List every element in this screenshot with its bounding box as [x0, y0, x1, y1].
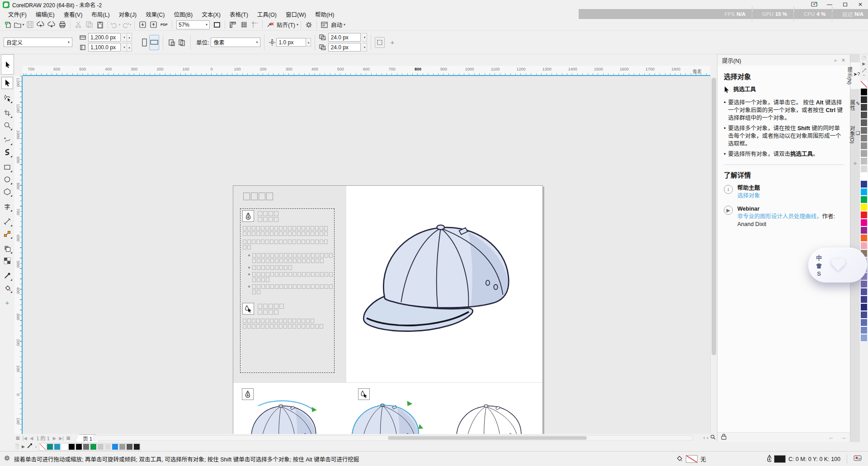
crop-tool[interactable] — [1, 107, 13, 119]
show-rulers-icon[interactable] — [227, 20, 238, 30]
maximize-button[interactable] — [837, 0, 853, 9]
menu-item[interactable]: 工具(O) — [253, 10, 281, 19]
color-swatch[interactable] — [860, 196, 868, 203]
color-swatch[interactable] — [860, 288, 868, 296]
doc-palette-swatch[interactable] — [133, 443, 140, 450]
show-grid-icon[interactable] — [238, 20, 249, 30]
docker-add-button[interactable]: + — [853, 159, 857, 167]
color-proof-icon[interactable] — [854, 455, 862, 463]
cloud-open-icon[interactable] — [35, 20, 46, 30]
color-swatch[interactable] — [860, 242, 868, 249]
docker-forward-icon[interactable]: → — [840, 434, 846, 441]
treat-as-filled-button[interactable] — [375, 37, 385, 48]
redo-icon[interactable]: ▾ — [121, 20, 132, 30]
first-page-button[interactable]: |◀ — [21, 436, 28, 441]
zoom-tool[interactable] — [1, 119, 13, 131]
menu-item[interactable]: 布局(L) — [87, 10, 114, 19]
next-page-button[interactable]: ▶ — [52, 436, 58, 441]
status-gear-icon[interactable] — [4, 455, 10, 463]
previous-page-button[interactable]: ◀ — [28, 436, 35, 441]
ellipse-tool[interactable] — [1, 173, 13, 185]
color-swatch[interactable] — [860, 211, 868, 219]
menu-item[interactable]: 文件(F) — [4, 10, 31, 19]
palette-column-eyedropper[interactable] — [862, 68, 867, 74]
color-swatch[interactable] — [860, 80, 868, 88]
cloud-save-icon[interactable] — [46, 20, 57, 30]
horizontal-scrollbar[interactable] — [94, 435, 693, 441]
options-gear-icon[interactable] — [303, 20, 314, 30]
horizontal-ruler[interactable]: 7006005004003002001000100200300400500600… — [23, 66, 710, 76]
doc-palette-swatch[interactable] — [54, 443, 61, 450]
palette-column-flyout[interactable]: ▶ — [863, 61, 866, 68]
menu-item[interactable]: 编辑(E) — [31, 10, 59, 19]
menu-item[interactable]: 帮助(H) — [311, 10, 339, 19]
vertical-scrollbar[interactable] — [710, 76, 717, 434]
webinar-link[interactable]: 非专业的图形设计人员处理曲线， — [737, 213, 822, 220]
palette-eyedropper-icon[interactable] — [27, 442, 33, 451]
menu-item[interactable]: 窗口(W) — [281, 10, 311, 19]
color-swatch[interactable] — [860, 157, 868, 165]
menu-item[interactable]: 文本(X) — [197, 10, 225, 19]
docker-tab-对象(O)[interactable]: ❏对象(O) — [850, 121, 860, 148]
minimize-button[interactable]: — — [822, 0, 837, 9]
document-page[interactable] — [233, 185, 543, 466]
polygon-tool[interactable] — [1, 185, 13, 198]
color-swatch[interactable] — [860, 280, 868, 288]
nudge-spinner[interactable]: ▴ — [306, 38, 311, 47]
duplicate-x-spinner[interactable]: ▾ — [362, 33, 367, 42]
drawing-canvas[interactable] — [23, 76, 710, 434]
palette-flyout-arrow[interactable]: ▶ — [22, 444, 25, 449]
color-swatch[interactable] — [860, 119, 868, 127]
vertical-ruler[interactable]: 1200110010009008007006005004003002001000… — [14, 76, 23, 434]
color-swatch[interactable] — [860, 88, 868, 96]
scroll-left-button[interactable]: ‹ — [703, 435, 705, 440]
doc-palette-swatch[interactable] — [83, 443, 90, 450]
doc-palette-swatch[interactable] — [47, 443, 53, 450]
toolbox-add-button[interactable]: + — [1, 297, 13, 309]
freehand-tool[interactable] — [1, 134, 13, 146]
snap-off-icon[interactable] — [265, 20, 276, 30]
floating-overlay-widget[interactable]: 中 S — [808, 248, 867, 282]
color-swatch[interactable] — [860, 165, 868, 173]
doc-palette-swatch[interactable] — [104, 443, 111, 450]
doc-palette-swatch[interactable] — [68, 443, 75, 450]
docker-back-icon[interactable]: ← — [828, 434, 834, 441]
open-document-icon[interactable]: ▾ — [14, 20, 24, 30]
landscape-button[interactable] — [149, 35, 159, 50]
doc-palette-swatch[interactable] — [90, 443, 97, 450]
launcher-icon[interactable] — [319, 20, 330, 30]
color-swatch[interactable] — [860, 96, 868, 104]
ruler-origin-pick-tool[interactable] — [1, 54, 14, 75]
menu-item[interactable]: 对象(J) — [114, 10, 142, 19]
doc-palette-swatch[interactable] — [126, 443, 133, 450]
menu-item[interactable]: 表格(T) — [225, 10, 253, 19]
all-pages-size-button[interactable] — [177, 35, 187, 50]
help-topic-link[interactable]: 选择对象 — [737, 193, 760, 199]
publish-pdf-icon[interactable]: PDF — [159, 20, 170, 30]
fill-color-swatch[interactable] — [686, 455, 698, 463]
pick-tool[interactable] — [1, 77, 13, 89]
doc-palette-swatch[interactable] — [61, 443, 68, 450]
cut-icon[interactable] — [73, 20, 84, 30]
color-swatch[interactable] — [860, 111, 868, 119]
page-width-spinner[interactable]: ▾▴ — [122, 33, 132, 42]
units-select[interactable]: 像素▾ — [211, 38, 260, 47]
doc-palette-swatch[interactable] — [119, 443, 126, 450]
duplicate-x-field[interactable]: 24.0 px — [328, 33, 361, 42]
show-guidelines-icon[interactable] — [249, 20, 260, 30]
palette-column-handle[interactable] — [862, 56, 866, 60]
current-page-size-button[interactable] — [167, 35, 177, 50]
add-page-after-button[interactable]: ⊞ — [65, 436, 71, 441]
page-preset-select[interactable]: 自定义▾ — [4, 38, 72, 47]
last-page-button[interactable]: ▶| — [57, 436, 65, 441]
connector-tool[interactable] — [1, 227, 13, 240]
panel-close-icon[interactable]: ✕ — [841, 57, 845, 63]
launch-label[interactable]: 启动 — [331, 20, 342, 29]
save-icon[interactable] — [24, 20, 35, 30]
text-tool[interactable]: 字 — [1, 200, 13, 212]
color-swatch[interactable] — [860, 134, 868, 142]
artistic-media-tool[interactable] — [1, 146, 13, 158]
color-swatch[interactable] — [860, 334, 868, 342]
color-swatch[interactable] — [860, 219, 868, 226]
color-swatch[interactable] — [860, 303, 868, 311]
